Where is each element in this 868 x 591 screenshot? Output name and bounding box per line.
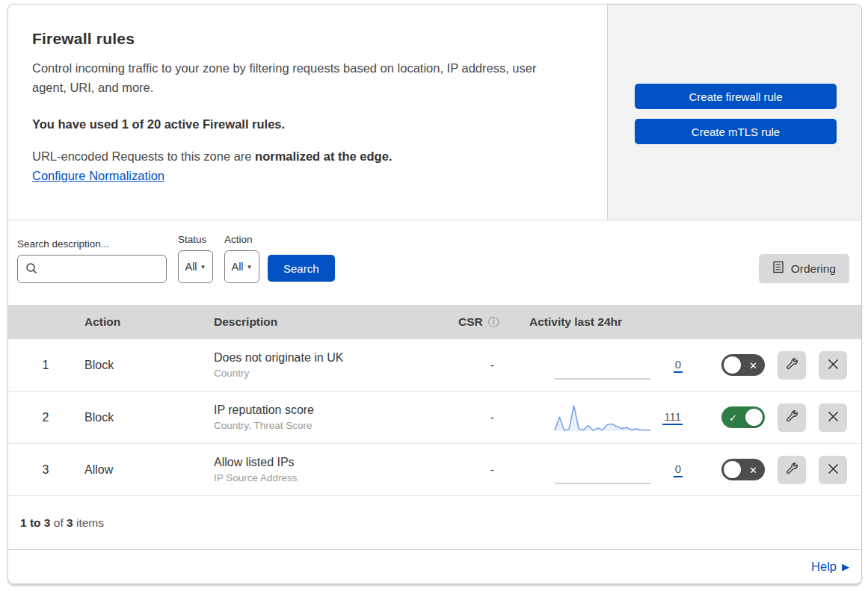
help-bar: Help ▶ [8, 550, 861, 584]
rule-fields: Country [214, 368, 457, 379]
delete-rule-button[interactable] [819, 351, 847, 380]
rule-csr: - [457, 463, 528, 477]
normalization-text: URL-encoded Requests to this zone are no… [32, 149, 562, 164]
table-header: Action Description CSR ⓘ Activity last 2… [8, 305, 861, 339]
rule-fields: IP Source Address [214, 472, 457, 483]
column-action: Action [83, 315, 212, 329]
rule-csr: - [457, 411, 528, 424]
help-link[interactable]: Help ▶ [811, 560, 849, 574]
search-icon [25, 262, 38, 278]
x-icon: ✕ [749, 465, 757, 474]
rule-description-cell: Does not originate in UK Country [212, 351, 457, 379]
page-title: Firewall rules [32, 30, 562, 48]
activity-count-link[interactable]: 111 [662, 410, 683, 425]
rule-activity-cell: 111 [528, 401, 689, 434]
rule-description: IP reputation score [214, 403, 457, 417]
edit-rule-button[interactable] [778, 351, 806, 380]
rule-priority: 3 [8, 463, 83, 477]
page-description: Control incoming traffic to your zone by… [32, 58, 559, 97]
rule-fields: Country, Threat Score [214, 420, 457, 431]
help-link-label: Help [811, 560, 837, 574]
item-range: 1 to 3 [20, 516, 50, 529]
create-mtls-rule-button[interactable]: Create mTLS rule [635, 119, 837, 144]
close-icon [827, 410, 840, 425]
rule-activity-cell: 0 [528, 349, 689, 382]
action-filter-group: Action All ▼ [224, 234, 259, 283]
toggle-knob [745, 409, 763, 426]
filter-bar: Search description... Status All ▼ Actio… [8, 220, 861, 305]
activity-sparkline [554, 454, 651, 486]
configure-normalization-link[interactable]: Configure Normalization [32, 169, 164, 183]
rule-description-cell: Allow listed IPs IP Source Address [212, 456, 457, 483]
rule-action: Block [83, 411, 212, 424]
normalization-bold: normalized at the edge. [255, 149, 392, 163]
table-footer: 1 to 3 of 3 items [8, 496, 861, 550]
search-input[interactable] [17, 255, 167, 283]
chevron-down-icon: ▼ [200, 264, 206, 270]
table-row: 2 Block IP reputation score Country, Thr… [8, 392, 861, 444]
activity-count-link[interactable]: 0 [674, 358, 683, 373]
delete-rule-button[interactable] [819, 403, 847, 432]
column-csr: CSR ⓘ [457, 315, 528, 329]
rule-priority: 1 [8, 359, 83, 372]
close-icon [827, 462, 840, 477]
edit-rule-button[interactable] [778, 403, 806, 432]
rule-controls: ✓ ✕ [689, 351, 861, 380]
column-description: Description [212, 315, 457, 329]
search-label: Search description... [17, 238, 167, 250]
rule-description: Allow listed IPs [214, 456, 457, 469]
rule-csr: - [457, 359, 528, 372]
activity-count-link[interactable]: 0 [674, 462, 683, 477]
ordering-list-icon [772, 261, 784, 276]
chevron-down-icon: ▼ [247, 264, 253, 270]
create-firewall-rule-button[interactable]: Create firewall rule [635, 84, 837, 109]
item-count: 1 to 3 of 3 items [20, 516, 104, 530]
column-activity: Activity last 24hr [528, 315, 689, 329]
firewall-rules-card: Firewall rules Control incoming traffic … [7, 4, 862, 584]
rule-description-cell: IP reputation score Country, Threat Scor… [212, 403, 457, 431]
toggle-knob [724, 461, 741, 478]
rule-action: Block [83, 359, 212, 372]
close-icon [827, 358, 840, 373]
ordering-button-label: Ordering [791, 262, 836, 276]
rule-controls: ✓ ✕ [689, 456, 861, 484]
wrench-icon [785, 357, 799, 374]
search-button[interactable]: Search [268, 255, 335, 282]
wrench-icon [785, 462, 799, 478]
status-dropdown[interactable]: All ▼ [178, 250, 213, 283]
rule-priority: 2 [8, 411, 83, 424]
info-icon[interactable]: ⓘ [488, 315, 499, 329]
rule-controls: ✓ ✕ [689, 403, 861, 432]
column-csr-label: CSR [458, 315, 483, 329]
rule-enabled-toggle[interactable]: ✓ ✕ [721, 354, 765, 376]
check-icon: ✓ [729, 412, 737, 422]
of-text: of [50, 516, 67, 529]
wrench-icon [785, 409, 799, 426]
rule-enabled-toggle[interactable]: ✓ ✕ [721, 406, 765, 428]
action-label: Action [224, 234, 259, 245]
ordering-button[interactable]: Ordering [759, 254, 849, 283]
activity-sparkline [554, 349, 651, 382]
usage-summary: You have used 1 of 20 active Firewall ru… [32, 117, 562, 131]
rule-enabled-toggle[interactable]: ✓ ✕ [721, 459, 765, 480]
action-dropdown-value: All [231, 261, 243, 273]
edit-rule-button[interactable] [778, 456, 806, 484]
header-section: Firewall rules Control incoming traffic … [8, 4, 861, 220]
delete-rule-button[interactable] [819, 456, 847, 484]
arrow-right-icon: ▶ [842, 561, 849, 572]
create-actions-panel: Create firewall rule Create mTLS rule [607, 4, 861, 220]
search-group: Search description... [17, 238, 167, 283]
rule-action: Allow [83, 463, 212, 477]
item-total: 3 [67, 516, 73, 529]
status-dropdown-value: All [185, 261, 197, 273]
header-text-block: Firewall rules Control incoming traffic … [8, 4, 607, 220]
activity-sparkline [554, 401, 651, 434]
table-row: 3 Allow Allow listed IPs IP Source Addre… [8, 444, 861, 496]
action-dropdown[interactable]: All ▼ [224, 250, 259, 283]
items-text: items [73, 516, 104, 529]
normalization-prefix: URL-encoded Requests to this zone are [32, 149, 255, 163]
rule-activity-cell: 0 [528, 454, 689, 486]
x-icon: ✕ [749, 360, 757, 370]
table-row: 1 Block Does not originate in UK Country… [8, 339, 861, 392]
rule-description: Does not originate in UK [214, 351, 457, 365]
